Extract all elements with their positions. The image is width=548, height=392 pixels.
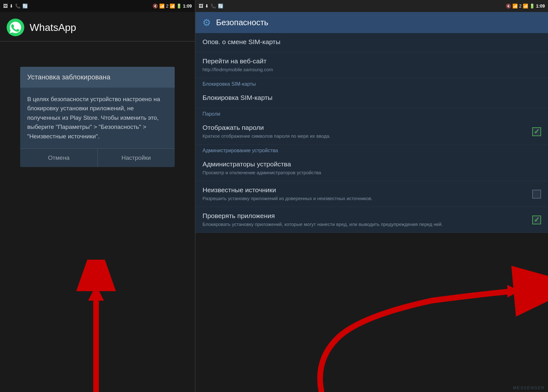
right-status-icons-right: 🔇 📶 2 📶 🔋 1:09 — [506, 3, 545, 9]
device-admins-subtitle: Просмотр и отключение администраторов ус… — [202, 169, 541, 176]
left-status-bar: 🖼 ⬇ 📞 🔄 🔇 📶 2 📶 🔋 1:09 — [0, 0, 195, 12]
verify-apps-checkbox[interactable]: ✓ — [532, 216, 541, 224]
right-battery-icon: 🔋 — [529, 3, 535, 9]
app-title: WhatsApp — [30, 22, 76, 33]
left-status-icons-right: 🔇 📶 2 📶 🔋 1:09 — [153, 3, 192, 9]
right-signal-icon: 📶 — [523, 3, 528, 9]
checkmark-icon: ✓ — [534, 128, 539, 136]
right-mute-icon: 🔇 — [506, 3, 511, 9]
sim-lock-label: Блокировка SIM-карты — [195, 78, 548, 89]
left-status-icons-left: 🖼 ⬇ 📞 🔄 — [3, 3, 28, 9]
verify-apps-item[interactable]: Проверять приложения Блокировать установ… — [195, 207, 548, 233]
security-header-title: Безопасность — [216, 18, 268, 27]
sim-notification-text: Опов. о смене SIM-карты — [202, 38, 541, 47]
unknown-sources-checkbox[interactable] — [532, 190, 541, 199]
website-subtitle: http://findmymobile.samsung.com — [202, 66, 541, 73]
sim-lock-item[interactable]: Блокировка SIM-карты — [195, 89, 548, 108]
app-header: WhatsApp — [0, 12, 195, 42]
passwords-label: Пароли — [195, 108, 548, 119]
show-passwords-checkbox[interactable]: ✓ — [532, 127, 541, 136]
right-status-bar: 🖼 ⬇ 📞 🔄 🔇 📶 2 📶 🔋 1:09 — [195, 0, 548, 12]
dialog-body: В целях безопасности устройство настроен… — [20, 88, 175, 144]
dialog-title: Установка заблокирована — [20, 67, 175, 88]
sim-lock-text: Блокировка SIM-карты — [202, 94, 541, 103]
settings-list: Опов. о смене SIM-карты Перейти на веб-с… — [195, 33, 548, 392]
signal-icon: 📶 — [170, 3, 175, 9]
sim-lock-title: Блокировка SIM-карты — [202, 94, 541, 101]
device-admins-text: Администраторы устройства Просмотр и отк… — [202, 160, 541, 176]
right-phone-icon: 📞 — [211, 3, 216, 9]
left-time: 1:09 — [183, 3, 192, 9]
sim-notification-title: Опов. о смене SIM-карты — [202, 38, 541, 46]
gear-icon: ⚙ — [202, 17, 211, 28]
watermark: Messenger — [513, 385, 545, 390]
right-download-icon: ⬇ — [205, 3, 209, 9]
right-sync-icon: 🔄 — [218, 3, 223, 9]
show-passwords-text: Отображать пароли Краткое отображение си… — [202, 124, 528, 139]
device-admins-title: Администраторы устройства — [202, 160, 541, 168]
show-passwords-title: Отображать пароли — [202, 124, 528, 131]
right-wifi-icon: 📶 — [512, 3, 518, 9]
right-panel: 🖼 ⬇ 📞 🔄 🔇 📶 2 📶 🔋 1:09 ⚙ Безопасность Оп… — [195, 0, 548, 392]
mute-icon: 🔇 — [153, 3, 158, 9]
network-2-icon: 2 — [166, 3, 168, 9]
dialog-overlay: Установка заблокирована В целях безопасн… — [0, 42, 195, 392]
device-admin-label: Администрирование устройства — [195, 145, 548, 155]
sim-notification-item[interactable]: Опов. о смене SIM-карты — [195, 33, 548, 52]
right-network-icon: 2 — [519, 3, 522, 9]
right-time: 1:09 — [536, 3, 545, 9]
cancel-button[interactable]: Отмена — [20, 149, 98, 167]
sync-icon: 🔄 — [22, 3, 28, 9]
unknown-sources-subtitle: Разрешить установку приложений из довере… — [202, 195, 528, 202]
download-icon: ⬇ — [9, 3, 13, 9]
show-passwords-subtitle: Краткое отображение символов пароля по м… — [202, 133, 528, 139]
unknown-sources-title: Неизвестные источники — [202, 186, 528, 194]
battery-icon: 🔋 — [176, 3, 182, 9]
verify-apps-title: Проверять приложения — [202, 212, 528, 220]
show-passwords-item[interactable]: Отображать пароли Краткое отображение си… — [195, 119, 548, 145]
verify-apps-subtitle: Блокировать установку приложений, которы… — [202, 221, 528, 228]
unknown-sources-text: Неизвестные источники Разрешить установк… — [202, 186, 528, 202]
whatsapp-logo-icon — [6, 18, 25, 37]
verify-checkmark-icon: ✓ — [534, 216, 539, 224]
security-header: ⚙ Безопасность — [195, 12, 548, 33]
right-image-icon: 🖼 — [199, 3, 203, 9]
device-admins-item[interactable]: Администраторы устройства Просмотр и отк… — [195, 155, 548, 181]
left-panel: 🖼 ⬇ 📞 🔄 🔇 📶 2 📶 🔋 1:09 WhatsApp Установк… — [0, 0, 195, 392]
settings-button[interactable]: Настройки — [98, 149, 175, 167]
right-status-icons-left: 🖼 ⬇ 📞 🔄 — [199, 3, 223, 9]
phone-icon: 📞 — [15, 3, 20, 9]
dialog-buttons: Отмена Настройки — [20, 148, 175, 167]
website-title: Перейти на веб-сайт — [202, 57, 541, 65]
wifi-icon: 📶 — [159, 3, 165, 9]
verify-apps-text: Проверять приложения Блокировать установ… — [202, 212, 528, 228]
install-blocked-dialog: Установка заблокирована В целях безопасн… — [20, 67, 175, 167]
website-item[interactable]: Перейти на веб-сайт http://findmymobile.… — [195, 52, 548, 78]
website-text: Перейти на веб-сайт http://findmymobile.… — [202, 57, 541, 73]
unknown-sources-item[interactable]: Неизвестные источники Разрешить установк… — [195, 181, 548, 207]
image-icon: 🖼 — [3, 3, 8, 9]
